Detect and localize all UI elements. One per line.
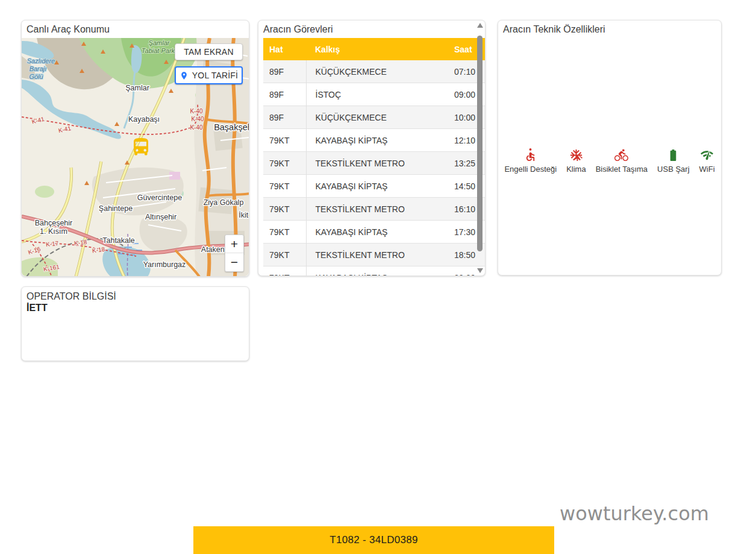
wifi-icon: [700, 148, 714, 162]
scroll-up-icon[interactable]: [477, 23, 483, 28]
fullscreen-button-label: TAM EKRAN: [184, 47, 233, 57]
svg-text:İkitelli: İkitelli: [239, 211, 249, 219]
feature-item: Bisiklet Taşıma: [596, 148, 648, 174]
svg-text:K-40: K-40: [191, 116, 204, 122]
svg-text:Altınşehir: Altınşehir: [145, 213, 177, 221]
task-line: 79KT: [263, 175, 306, 198]
svg-text:K-40: K-40: [190, 124, 203, 131]
feature-item: WiFi: [699, 148, 715, 174]
svg-text:Şamlar: Şamlar: [149, 39, 170, 46]
svg-text:K-40: K-40: [190, 108, 203, 115]
feature-label: Klima: [566, 165, 586, 174]
feature-item: USB Şarj: [657, 148, 689, 174]
wheelchair-icon: [523, 148, 537, 162]
vehicle-tasks-card: Aracın Görevleri Hat Kalkış Saat 89FKÜÇÜ…: [258, 20, 486, 276]
scrollbar-thumb[interactable]: [477, 36, 483, 251]
task-line: 89F: [263, 83, 306, 106]
svg-text:Başakşehir: Başakşehir: [214, 122, 249, 132]
bicycle-icon: [614, 148, 628, 162]
task-departure: KAYABAŞI KİPTAŞ: [306, 221, 454, 244]
svg-text:Bahçeşehir: Bahçeşehir: [35, 219, 73, 227]
zoom-out-button[interactable]: −: [225, 253, 243, 271]
live-location-card: Canlı Araç Konumu: [21, 20, 249, 277]
map[interactable]: ŞamlarTabiat ParkıSazlıdereBarajıGölüŞam…: [22, 38, 249, 276]
map-card-title: Canlı Araç Konumu: [22, 20, 249, 38]
svg-text:Tahtakale: Tahtakale: [102, 236, 135, 245]
vehicle-id-label: T1082 - 34LD0389: [330, 534, 418, 546]
svg-text:Şahintepe: Şahintepe: [99, 204, 133, 213]
task-line: 89F: [263, 60, 306, 83]
tech-card-title: Aracın Teknik Özellikleri: [498, 20, 721, 38]
svg-text:Atakent: Atakent: [201, 245, 227, 254]
task-departure: KAYABAŞI KİPTAŞ: [306, 266, 454, 277]
task-row: 89FKÜÇÜKÇEKMECE10:00: [263, 106, 486, 129]
scroll-down-icon[interactable]: [477, 268, 483, 273]
task-row: 89FİSTOÇ09:00: [263, 83, 486, 106]
task-departure: TEKSTİLKENT METRO: [306, 198, 454, 221]
svg-text:K-18: K-18: [74, 239, 88, 247]
feature-item: Klima: [566, 148, 586, 174]
column-header-departure: Kalkış: [306, 38, 454, 60]
task-line: 79KT: [263, 266, 306, 277]
battery-icon: [666, 148, 680, 162]
task-row: 79KTKAYABAŞI KİPTAŞ20:20: [263, 266, 486, 277]
tasks-card-title: Aracın Görevleri: [258, 20, 485, 38]
task-row: 79KTKAYABAŞI KİPTAŞ12:10: [263, 129, 486, 152]
task-row: 79KTTEKSTİLKENT METRO18:50: [263, 244, 486, 266]
tasks-table: Hat Kalkış Saat 89FKÜÇÜKÇEKMECE07:1089Fİ…: [263, 38, 486, 276]
task-row: 79KTTEKSTİLKENT METRO13:25: [263, 152, 486, 175]
svg-text:Kayabaşı: Kayabaşı: [128, 115, 160, 124]
feature-item: Engelli Desteği: [504, 148, 557, 174]
tasks-header-row: Hat Kalkış Saat: [263, 38, 486, 60]
task-line: 89F: [263, 106, 306, 129]
task-row: 79KTKAYABAŞI KİPTAŞ14:50: [263, 175, 486, 198]
task-departure: KAYABAŞI KİPTAŞ: [306, 129, 454, 152]
feature-label: USB Şarj: [657, 165, 689, 174]
feature-label: WiFi: [699, 165, 715, 174]
vehicle-id-bar: T1082 - 34LD0389: [193, 526, 554, 554]
svg-text:K-17: K-17: [46, 240, 60, 248]
task-departure: TEKSTİLKENT METRO: [306, 244, 454, 266]
task-line: 79KT: [263, 221, 306, 244]
svg-text:Gölü: Gölü: [29, 73, 43, 80]
operator-name: İETT: [22, 303, 249, 313]
feature-label: Bisiklet Taşıma: [596, 165, 648, 174]
snowflake-icon: [569, 148, 583, 162]
bus-marker-icon[interactable]: [130, 136, 152, 158]
map-pin-icon: [180, 71, 189, 80]
watermark: wowturkey.com: [560, 502, 709, 525]
operator-card-title: OPERATOR BİLGİSİ: [22, 287, 249, 303]
technical-features-card: Aracın Teknik Özellikleri Engelli Desteğ…: [498, 20, 722, 275]
task-line: 79KT: [263, 198, 306, 221]
task-line: 79KT: [263, 244, 306, 266]
features-row: Engelli DesteğiKlimaBisiklet TaşımaUSB Ş…: [498, 148, 721, 174]
task-departure: KÜÇÜKÇEKMECE: [306, 106, 454, 129]
task-line: 79KT: [263, 152, 306, 175]
task-departure: TEKSTİLKENT METRO: [306, 152, 454, 175]
task-departure: KÜÇÜKÇEKMECE: [306, 60, 454, 83]
svg-text:Güvercintepe: Güvercintepe: [137, 194, 182, 202]
task-row: 79KTTEKSTİLKENT METRO16:10: [263, 198, 486, 221]
svg-text:Sazlıdere: Sazlıdere: [27, 57, 55, 65]
map-zoom-control: + −: [225, 235, 244, 272]
fullscreen-button[interactable]: TAM EKRAN: [175, 43, 243, 60]
svg-text:Barajı: Barajı: [30, 65, 47, 72]
svg-text:1. Kısım: 1. Kısım: [40, 227, 67, 236]
feature-label: Engelli Desteği: [504, 165, 557, 174]
task-row: 79KTKAYABAŞI KİPTAŞ17:30: [263, 221, 486, 244]
task-line: 79KT: [263, 129, 306, 152]
operator-info-card: OPERATOR BİLGİSİ İETT: [21, 286, 249, 361]
column-header-line: Hat: [263, 38, 306, 60]
svg-text:Şamlar: Şamlar: [125, 84, 149, 92]
svg-text:Yarımburgaz: Yarımburgaz: [143, 260, 186, 269]
directions-button-label: YOL TARİFİ: [192, 71, 238, 80]
svg-text:Ziya Gökalp: Ziya Gökalp: [204, 198, 244, 207]
task-departure: KAYABAŞI KİPTAŞ: [306, 175, 454, 198]
directions-button[interactable]: YOL TARİFİ: [175, 66, 243, 84]
task-departure: İSTOÇ: [306, 83, 454, 106]
svg-text:Tabiat Parkı: Tabiat Parkı: [142, 47, 177, 54]
scrollbar[interactable]: [476, 23, 484, 273]
task-row: 89FKÜÇÜKÇEKMECE07:10: [263, 60, 486, 83]
zoom-in-button[interactable]: +: [225, 235, 243, 253]
